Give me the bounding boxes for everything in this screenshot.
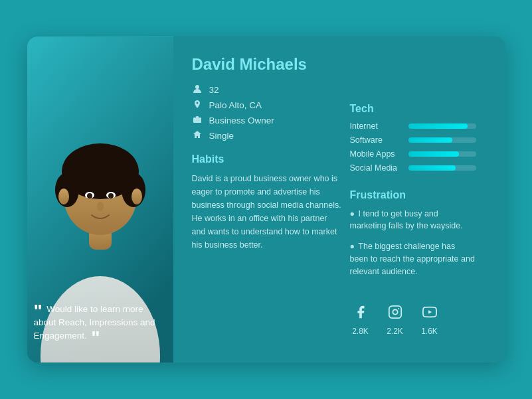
- bar-software: [408, 137, 476, 143]
- tech-label-internet: Internet: [350, 121, 403, 131]
- bar-fill-software: [408, 137, 452, 143]
- svg-marker-18: [428, 311, 431, 315]
- bar-mobile: [408, 151, 476, 157]
- svg-rect-15: [193, 118, 201, 123]
- svg-point-13: [132, 189, 142, 204]
- photo-section: " Would like to learn more about Reach, …: [27, 37, 173, 363]
- person-icon: [192, 84, 203, 96]
- bar-internet: [408, 123, 476, 129]
- right-column: Tech Internet Software Mobi: [343, 84, 489, 350]
- habits-title: Habits: [192, 153, 343, 165]
- location-value: Palo Alto, CA: [209, 100, 262, 110]
- svg-point-11: [97, 202, 104, 211]
- bullet-2: ●: [350, 242, 355, 251]
- frustration-text-1: I tend to get busy and marketing falls b…: [350, 209, 463, 231]
- bar-fill-internet: [408, 123, 468, 129]
- tech-title: Tech: [350, 103, 476, 115]
- frustration-item-1: ● I tend to get busy and marketing falls…: [350, 208, 476, 233]
- frustration-title: Frustration: [350, 189, 476, 201]
- quote-close: ": [91, 327, 100, 348]
- bar-fill-mobile: [408, 151, 460, 157]
- status-row: Single: [192, 130, 343, 141]
- habits-text: David is a proud business owner who is e…: [192, 172, 343, 252]
- home-icon: [192, 130, 203, 141]
- svg-point-14: [195, 85, 199, 89]
- svg-point-9: [87, 193, 92, 199]
- instagram-icon: [385, 301, 406, 323]
- svg-rect-16: [389, 306, 400, 318]
- age-row: 32: [192, 84, 343, 96]
- tech-item-mobile: Mobile Apps: [350, 149, 476, 159]
- tech-item-software: Software: [350, 135, 476, 145]
- main-columns: 32 Palo Alto, CA Business Owner: [192, 84, 489, 350]
- frustration-item-2: ● The biggest challenge has been to reac…: [350, 240, 476, 278]
- bullet-1: ●: [350, 209, 355, 218]
- location-icon: [192, 100, 203, 111]
- tech-item-social: Social Media: [350, 163, 476, 173]
- profile-name: David Michaels: [192, 55, 489, 74]
- tech-label-social: Social Media: [350, 163, 403, 173]
- frustration-section: Frustration ● I tend to get busy and mar…: [350, 189, 476, 286]
- briefcase-icon: [192, 115, 203, 126]
- social-item-facebook[interactable]: 2.8K: [350, 301, 371, 336]
- content-section: David Michaels 32 Palo Alto, CA: [173, 37, 505, 363]
- frustration-text-2: The biggest challenge has been to reach …: [350, 242, 475, 276]
- svg-point-10: [108, 193, 114, 199]
- facebook-count: 2.8K: [352, 327, 369, 336]
- occupation-row: Business Owner: [192, 115, 343, 126]
- social-item-youtube[interactable]: 1.6K: [419, 301, 440, 336]
- tech-item-internet: Internet: [350, 121, 476, 131]
- social-item-instagram[interactable]: 2.2K: [385, 301, 406, 336]
- tech-label-software: Software: [350, 135, 403, 145]
- youtube-count: 1.6K: [421, 327, 438, 336]
- left-content: 32 Palo Alto, CA Business Owner: [192, 84, 343, 350]
- facebook-icon: [350, 301, 371, 323]
- tech-section: Tech Internet Software Mobi: [350, 103, 476, 177]
- info-grid: 32 Palo Alto, CA Business Owner: [192, 84, 343, 141]
- instagram-count: 2.2K: [387, 327, 403, 336]
- bar-social: [408, 165, 476, 171]
- youtube-icon: [419, 301, 440, 323]
- bar-fill-social: [408, 165, 456, 171]
- location-row: Palo Alto, CA: [192, 100, 343, 111]
- quote-box: " Would like to learn more about Reach, …: [34, 303, 167, 343]
- svg-point-12: [58, 189, 69, 204]
- social-section: 2.8K 2.2K 1.6K: [350, 301, 476, 336]
- profile-card: " Would like to learn more about Reach, …: [27, 37, 505, 363]
- status-value: Single: [209, 131, 234, 141]
- age-value: 32: [209, 85, 219, 95]
- tech-label-mobile: Mobile Apps: [350, 149, 403, 159]
- occupation-value: Business Owner: [209, 116, 274, 125]
